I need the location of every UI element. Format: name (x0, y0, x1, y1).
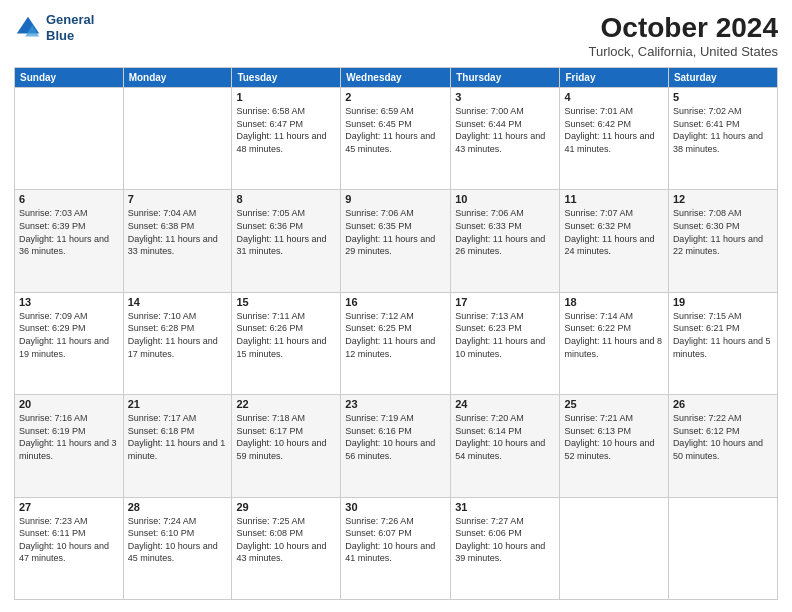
calendar-cell: 24Sunrise: 7:20 AM Sunset: 6:14 PM Dayli… (451, 395, 560, 497)
day-number: 23 (345, 398, 446, 410)
day-info: Sunrise: 7:02 AM Sunset: 6:41 PM Dayligh… (673, 105, 773, 155)
day-info: Sunrise: 7:27 AM Sunset: 6:06 PM Dayligh… (455, 515, 555, 565)
calendar-cell: 10Sunrise: 7:06 AM Sunset: 6:33 PM Dayli… (451, 190, 560, 292)
day-info: Sunrise: 7:16 AM Sunset: 6:19 PM Dayligh… (19, 412, 119, 462)
day-number: 6 (19, 193, 119, 205)
calendar-cell (15, 88, 124, 190)
title-block: October 2024 Turlock, California, United… (588, 12, 778, 59)
day-number: 24 (455, 398, 555, 410)
weekday-header-friday: Friday (560, 68, 668, 88)
day-info: Sunrise: 7:22 AM Sunset: 6:12 PM Dayligh… (673, 412, 773, 462)
weekday-header-tuesday: Tuesday (232, 68, 341, 88)
day-info: Sunrise: 7:08 AM Sunset: 6:30 PM Dayligh… (673, 207, 773, 257)
day-info: Sunrise: 7:11 AM Sunset: 6:26 PM Dayligh… (236, 310, 336, 360)
day-number: 1 (236, 91, 336, 103)
day-number: 9 (345, 193, 446, 205)
calendar-cell: 4Sunrise: 7:01 AM Sunset: 6:42 PM Daylig… (560, 88, 668, 190)
calendar-cell: 30Sunrise: 7:26 AM Sunset: 6:07 PM Dayli… (341, 497, 451, 599)
day-number: 12 (673, 193, 773, 205)
weekday-header-saturday: Saturday (668, 68, 777, 88)
calendar-cell: 27Sunrise: 7:23 AM Sunset: 6:11 PM Dayli… (15, 497, 124, 599)
calendar-cell: 31Sunrise: 7:27 AM Sunset: 6:06 PM Dayli… (451, 497, 560, 599)
day-number: 11 (564, 193, 663, 205)
calendar-week-5: 27Sunrise: 7:23 AM Sunset: 6:11 PM Dayli… (15, 497, 778, 599)
calendar-cell: 9Sunrise: 7:06 AM Sunset: 6:35 PM Daylig… (341, 190, 451, 292)
day-number: 26 (673, 398, 773, 410)
calendar-week-2: 6Sunrise: 7:03 AM Sunset: 6:39 PM Daylig… (15, 190, 778, 292)
calendar-cell (668, 497, 777, 599)
calendar-cell: 29Sunrise: 7:25 AM Sunset: 6:08 PM Dayli… (232, 497, 341, 599)
calendar-cell: 8Sunrise: 7:05 AM Sunset: 6:36 PM Daylig… (232, 190, 341, 292)
day-number: 10 (455, 193, 555, 205)
day-number: 20 (19, 398, 119, 410)
calendar-cell: 16Sunrise: 7:12 AM Sunset: 6:25 PM Dayli… (341, 292, 451, 394)
calendar-cell: 13Sunrise: 7:09 AM Sunset: 6:29 PM Dayli… (15, 292, 124, 394)
day-info: Sunrise: 7:06 AM Sunset: 6:35 PM Dayligh… (345, 207, 446, 257)
day-info: Sunrise: 7:17 AM Sunset: 6:18 PM Dayligh… (128, 412, 228, 462)
calendar-body: 1Sunrise: 6:58 AM Sunset: 6:47 PM Daylig… (15, 88, 778, 600)
day-number: 13 (19, 296, 119, 308)
calendar-cell: 18Sunrise: 7:14 AM Sunset: 6:22 PM Dayli… (560, 292, 668, 394)
day-info: Sunrise: 7:01 AM Sunset: 6:42 PM Dayligh… (564, 105, 663, 155)
day-number: 7 (128, 193, 228, 205)
weekday-header-sunday: Sunday (15, 68, 124, 88)
calendar-cell: 22Sunrise: 7:18 AM Sunset: 6:17 PM Dayli… (232, 395, 341, 497)
day-number: 14 (128, 296, 228, 308)
calendar-cell: 3Sunrise: 7:00 AM Sunset: 6:44 PM Daylig… (451, 88, 560, 190)
day-number: 27 (19, 501, 119, 513)
day-number: 22 (236, 398, 336, 410)
calendar-cell: 20Sunrise: 7:16 AM Sunset: 6:19 PM Dayli… (15, 395, 124, 497)
calendar-cell: 7Sunrise: 7:04 AM Sunset: 6:38 PM Daylig… (123, 190, 232, 292)
calendar-cell: 5Sunrise: 7:02 AM Sunset: 6:41 PM Daylig… (668, 88, 777, 190)
day-number: 8 (236, 193, 336, 205)
day-info: Sunrise: 7:23 AM Sunset: 6:11 PM Dayligh… (19, 515, 119, 565)
day-number: 30 (345, 501, 446, 513)
day-number: 16 (345, 296, 446, 308)
day-info: Sunrise: 7:00 AM Sunset: 6:44 PM Dayligh… (455, 105, 555, 155)
day-info: Sunrise: 7:05 AM Sunset: 6:36 PM Dayligh… (236, 207, 336, 257)
day-info: Sunrise: 7:26 AM Sunset: 6:07 PM Dayligh… (345, 515, 446, 565)
calendar-cell: 15Sunrise: 7:11 AM Sunset: 6:26 PM Dayli… (232, 292, 341, 394)
calendar-cell: 25Sunrise: 7:21 AM Sunset: 6:13 PM Dayli… (560, 395, 668, 497)
weekday-header-monday: Monday (123, 68, 232, 88)
day-number: 19 (673, 296, 773, 308)
day-info: Sunrise: 7:10 AM Sunset: 6:28 PM Dayligh… (128, 310, 228, 360)
day-info: Sunrise: 7:21 AM Sunset: 6:13 PM Dayligh… (564, 412, 663, 462)
calendar-cell (560, 497, 668, 599)
day-number: 28 (128, 501, 228, 513)
calendar-cell: 28Sunrise: 7:24 AM Sunset: 6:10 PM Dayli… (123, 497, 232, 599)
month-title: October 2024 (588, 12, 778, 44)
day-number: 17 (455, 296, 555, 308)
calendar-cell: 26Sunrise: 7:22 AM Sunset: 6:12 PM Dayli… (668, 395, 777, 497)
calendar-table: SundayMondayTuesdayWednesdayThursdayFrid… (14, 67, 778, 600)
day-info: Sunrise: 7:18 AM Sunset: 6:17 PM Dayligh… (236, 412, 336, 462)
day-info: Sunrise: 7:19 AM Sunset: 6:16 PM Dayligh… (345, 412, 446, 462)
day-info: Sunrise: 7:09 AM Sunset: 6:29 PM Dayligh… (19, 310, 119, 360)
day-info: Sunrise: 6:58 AM Sunset: 6:47 PM Dayligh… (236, 105, 336, 155)
logo-icon (14, 14, 42, 42)
day-number: 21 (128, 398, 228, 410)
day-info: Sunrise: 7:15 AM Sunset: 6:21 PM Dayligh… (673, 310, 773, 360)
day-info: Sunrise: 7:25 AM Sunset: 6:08 PM Dayligh… (236, 515, 336, 565)
weekday-header-row: SundayMondayTuesdayWednesdayThursdayFrid… (15, 68, 778, 88)
weekday-header-wednesday: Wednesday (341, 68, 451, 88)
day-info: Sunrise: 6:59 AM Sunset: 6:45 PM Dayligh… (345, 105, 446, 155)
day-number: 29 (236, 501, 336, 513)
day-info: Sunrise: 7:13 AM Sunset: 6:23 PM Dayligh… (455, 310, 555, 360)
page: General Blue October 2024 Turlock, Calif… (0, 0, 792, 612)
day-info: Sunrise: 7:12 AM Sunset: 6:25 PM Dayligh… (345, 310, 446, 360)
weekday-header-thursday: Thursday (451, 68, 560, 88)
logo-text: General Blue (46, 12, 94, 43)
day-number: 3 (455, 91, 555, 103)
calendar-week-4: 20Sunrise: 7:16 AM Sunset: 6:19 PM Dayli… (15, 395, 778, 497)
day-number: 15 (236, 296, 336, 308)
calendar-cell: 11Sunrise: 7:07 AM Sunset: 6:32 PM Dayli… (560, 190, 668, 292)
day-info: Sunrise: 7:20 AM Sunset: 6:14 PM Dayligh… (455, 412, 555, 462)
day-number: 2 (345, 91, 446, 103)
calendar-cell: 21Sunrise: 7:17 AM Sunset: 6:18 PM Dayli… (123, 395, 232, 497)
day-info: Sunrise: 7:03 AM Sunset: 6:39 PM Dayligh… (19, 207, 119, 257)
day-info: Sunrise: 7:07 AM Sunset: 6:32 PM Dayligh… (564, 207, 663, 257)
day-number: 31 (455, 501, 555, 513)
calendar-cell: 12Sunrise: 7:08 AM Sunset: 6:30 PM Dayli… (668, 190, 777, 292)
day-number: 5 (673, 91, 773, 103)
